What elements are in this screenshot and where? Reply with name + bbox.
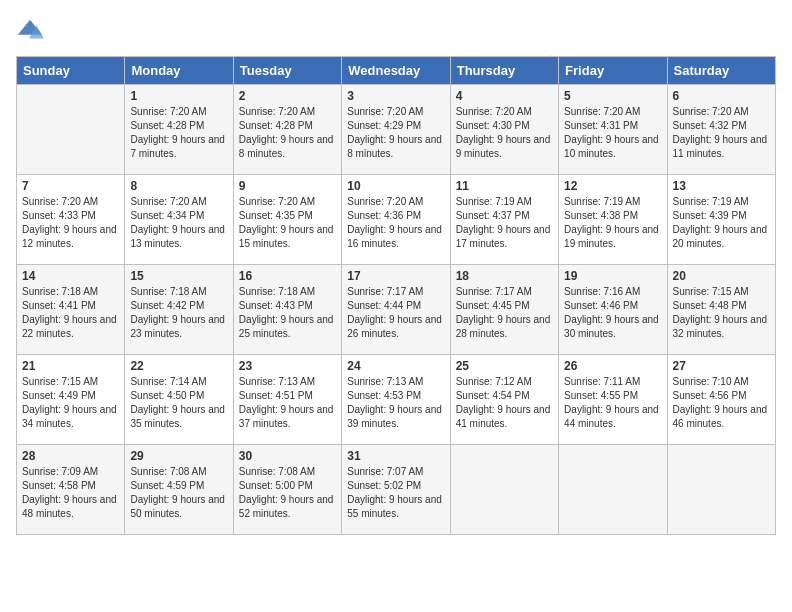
day-header-tuesday: Tuesday [233, 57, 341, 85]
cell-info: Sunrise: 7:09 AMSunset: 4:58 PMDaylight:… [22, 465, 119, 521]
calendar-cell [559, 445, 667, 535]
cell-info: Sunrise: 7:19 AMSunset: 4:39 PMDaylight:… [673, 195, 770, 251]
cell-info: Sunrise: 7:18 AMSunset: 4:43 PMDaylight:… [239, 285, 336, 341]
day-number: 11 [456, 179, 553, 193]
calendar-cell: 14Sunrise: 7:18 AMSunset: 4:41 PMDayligh… [17, 265, 125, 355]
calendar-cell: 1Sunrise: 7:20 AMSunset: 4:28 PMDaylight… [125, 85, 233, 175]
day-number: 22 [130, 359, 227, 373]
day-number: 13 [673, 179, 770, 193]
calendar-cell: 21Sunrise: 7:15 AMSunset: 4:49 PMDayligh… [17, 355, 125, 445]
cell-info: Sunrise: 7:20 AMSunset: 4:32 PMDaylight:… [673, 105, 770, 161]
calendar-cell: 22Sunrise: 7:14 AMSunset: 4:50 PMDayligh… [125, 355, 233, 445]
cell-info: Sunrise: 7:17 AMSunset: 4:45 PMDaylight:… [456, 285, 553, 341]
calendar-header-row: SundayMondayTuesdayWednesdayThursdayFrid… [17, 57, 776, 85]
calendar-cell: 18Sunrise: 7:17 AMSunset: 4:45 PMDayligh… [450, 265, 558, 355]
day-number: 9 [239, 179, 336, 193]
calendar-cell: 19Sunrise: 7:16 AMSunset: 4:46 PMDayligh… [559, 265, 667, 355]
calendar-cell: 6Sunrise: 7:20 AMSunset: 4:32 PMDaylight… [667, 85, 775, 175]
calendar-cell: 15Sunrise: 7:18 AMSunset: 4:42 PMDayligh… [125, 265, 233, 355]
day-number: 24 [347, 359, 444, 373]
cell-info: Sunrise: 7:20 AMSunset: 4:30 PMDaylight:… [456, 105, 553, 161]
day-number: 7 [22, 179, 119, 193]
day-number: 25 [456, 359, 553, 373]
calendar-cell: 28Sunrise: 7:09 AMSunset: 4:58 PMDayligh… [17, 445, 125, 535]
calendar-cell: 20Sunrise: 7:15 AMSunset: 4:48 PMDayligh… [667, 265, 775, 355]
calendar-week-row: 7Sunrise: 7:20 AMSunset: 4:33 PMDaylight… [17, 175, 776, 265]
cell-info: Sunrise: 7:17 AMSunset: 4:44 PMDaylight:… [347, 285, 444, 341]
day-number: 28 [22, 449, 119, 463]
day-header-sunday: Sunday [17, 57, 125, 85]
day-number: 12 [564, 179, 661, 193]
day-number: 20 [673, 269, 770, 283]
day-number: 31 [347, 449, 444, 463]
calendar-cell: 17Sunrise: 7:17 AMSunset: 4:44 PMDayligh… [342, 265, 450, 355]
day-number: 8 [130, 179, 227, 193]
day-header-thursday: Thursday [450, 57, 558, 85]
calendar-cell: 5Sunrise: 7:20 AMSunset: 4:31 PMDaylight… [559, 85, 667, 175]
day-number: 3 [347, 89, 444, 103]
day-number: 15 [130, 269, 227, 283]
day-header-monday: Monday [125, 57, 233, 85]
cell-info: Sunrise: 7:20 AMSunset: 4:36 PMDaylight:… [347, 195, 444, 251]
day-number: 4 [456, 89, 553, 103]
cell-info: Sunrise: 7:20 AMSunset: 4:34 PMDaylight:… [130, 195, 227, 251]
day-number: 23 [239, 359, 336, 373]
cell-info: Sunrise: 7:15 AMSunset: 4:48 PMDaylight:… [673, 285, 770, 341]
cell-info: Sunrise: 7:19 AMSunset: 4:38 PMDaylight:… [564, 195, 661, 251]
cell-info: Sunrise: 7:13 AMSunset: 4:51 PMDaylight:… [239, 375, 336, 431]
calendar-body: 1Sunrise: 7:20 AMSunset: 4:28 PMDaylight… [17, 85, 776, 535]
calendar-cell: 4Sunrise: 7:20 AMSunset: 4:30 PMDaylight… [450, 85, 558, 175]
cell-info: Sunrise: 7:08 AMSunset: 4:59 PMDaylight:… [130, 465, 227, 521]
calendar-table: SundayMondayTuesdayWednesdayThursdayFrid… [16, 56, 776, 535]
calendar-week-row: 1Sunrise: 7:20 AMSunset: 4:28 PMDaylight… [17, 85, 776, 175]
cell-info: Sunrise: 7:20 AMSunset: 4:28 PMDaylight:… [239, 105, 336, 161]
calendar-cell: 25Sunrise: 7:12 AMSunset: 4:54 PMDayligh… [450, 355, 558, 445]
cell-info: Sunrise: 7:20 AMSunset: 4:31 PMDaylight:… [564, 105, 661, 161]
calendar-cell: 26Sunrise: 7:11 AMSunset: 4:55 PMDayligh… [559, 355, 667, 445]
day-number: 14 [22, 269, 119, 283]
logo-icon [16, 16, 44, 44]
calendar-cell: 23Sunrise: 7:13 AMSunset: 4:51 PMDayligh… [233, 355, 341, 445]
day-number: 27 [673, 359, 770, 373]
calendar-week-row: 14Sunrise: 7:18 AMSunset: 4:41 PMDayligh… [17, 265, 776, 355]
cell-info: Sunrise: 7:18 AMSunset: 4:42 PMDaylight:… [130, 285, 227, 341]
cell-info: Sunrise: 7:12 AMSunset: 4:54 PMDaylight:… [456, 375, 553, 431]
cell-info: Sunrise: 7:20 AMSunset: 4:29 PMDaylight:… [347, 105, 444, 161]
calendar-cell: 11Sunrise: 7:19 AMSunset: 4:37 PMDayligh… [450, 175, 558, 265]
calendar-cell: 10Sunrise: 7:20 AMSunset: 4:36 PMDayligh… [342, 175, 450, 265]
day-number: 26 [564, 359, 661, 373]
day-number: 18 [456, 269, 553, 283]
cell-info: Sunrise: 7:20 AMSunset: 4:33 PMDaylight:… [22, 195, 119, 251]
day-number: 5 [564, 89, 661, 103]
calendar-cell: 7Sunrise: 7:20 AMSunset: 4:33 PMDaylight… [17, 175, 125, 265]
day-number: 29 [130, 449, 227, 463]
calendar-cell [450, 445, 558, 535]
cell-info: Sunrise: 7:20 AMSunset: 4:28 PMDaylight:… [130, 105, 227, 161]
calendar-cell: 3Sunrise: 7:20 AMSunset: 4:29 PMDaylight… [342, 85, 450, 175]
cell-info: Sunrise: 7:13 AMSunset: 4:53 PMDaylight:… [347, 375, 444, 431]
calendar-cell: 2Sunrise: 7:20 AMSunset: 4:28 PMDaylight… [233, 85, 341, 175]
calendar-cell: 31Sunrise: 7:07 AMSunset: 5:02 PMDayligh… [342, 445, 450, 535]
cell-info: Sunrise: 7:14 AMSunset: 4:50 PMDaylight:… [130, 375, 227, 431]
day-header-saturday: Saturday [667, 57, 775, 85]
day-number: 10 [347, 179, 444, 193]
day-number: 30 [239, 449, 336, 463]
cell-info: Sunrise: 7:20 AMSunset: 4:35 PMDaylight:… [239, 195, 336, 251]
calendar-week-row: 21Sunrise: 7:15 AMSunset: 4:49 PMDayligh… [17, 355, 776, 445]
calendar-cell: 30Sunrise: 7:08 AMSunset: 5:00 PMDayligh… [233, 445, 341, 535]
calendar-cell: 24Sunrise: 7:13 AMSunset: 4:53 PMDayligh… [342, 355, 450, 445]
calendar-cell: 16Sunrise: 7:18 AMSunset: 4:43 PMDayligh… [233, 265, 341, 355]
page-header [16, 16, 776, 44]
day-number: 21 [22, 359, 119, 373]
day-number: 19 [564, 269, 661, 283]
day-number: 16 [239, 269, 336, 283]
calendar-cell: 27Sunrise: 7:10 AMSunset: 4:56 PMDayligh… [667, 355, 775, 445]
cell-info: Sunrise: 7:08 AMSunset: 5:00 PMDaylight:… [239, 465, 336, 521]
cell-info: Sunrise: 7:11 AMSunset: 4:55 PMDaylight:… [564, 375, 661, 431]
day-number: 2 [239, 89, 336, 103]
calendar-cell [667, 445, 775, 535]
day-header-friday: Friday [559, 57, 667, 85]
day-number: 17 [347, 269, 444, 283]
calendar-cell: 12Sunrise: 7:19 AMSunset: 4:38 PMDayligh… [559, 175, 667, 265]
cell-info: Sunrise: 7:16 AMSunset: 4:46 PMDaylight:… [564, 285, 661, 341]
